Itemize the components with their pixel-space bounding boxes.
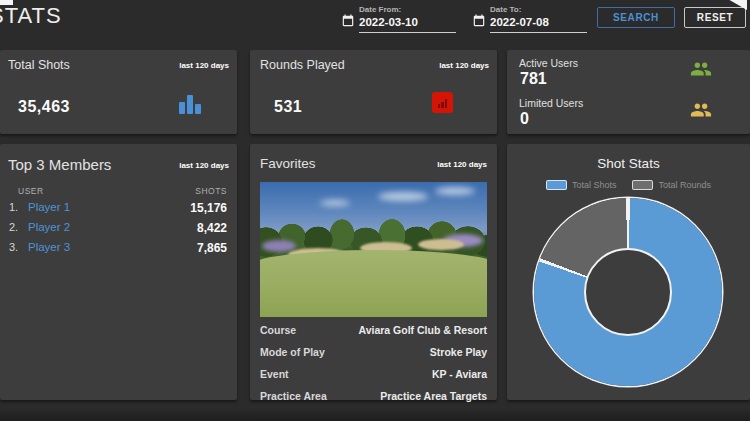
- detail-value: KP - Aviara: [432, 368, 487, 380]
- date-to-label: Date To:: [490, 5, 587, 14]
- shot-stats-card: Shot Stats Total Shots Total Rounds: [507, 144, 750, 400]
- favorites-details: Course Aviara Golf Club & Resort Mode of…: [260, 320, 487, 408]
- detail-value: Practice Area Targets: [380, 390, 487, 402]
- detail-label: Course: [260, 324, 296, 336]
- limited-users-group-icon: [686, 99, 716, 121]
- card-title: Total Shots: [8, 58, 70, 72]
- page-title: STATS: [0, 3, 62, 29]
- member-link[interactable]: Player 3: [28, 241, 70, 253]
- rounds-played-value: 531: [274, 98, 302, 116]
- reset-button[interactable]: RESET: [684, 7, 746, 28]
- column-header-shots: SHOTS: [195, 186, 227, 196]
- date-to-field[interactable]: Date To: 2022-07-08: [472, 5, 587, 33]
- column-header-user: USER: [18, 186, 44, 196]
- date-to-value[interactable]: 2022-07-08: [490, 16, 587, 28]
- donut-chart: [534, 198, 722, 386]
- table-row: 2. Player 2 8,422: [0, 221, 237, 237]
- active-users-value: 781: [520, 70, 547, 88]
- period-badge: last 120 days: [179, 61, 229, 70]
- detail-row: Event KP - Aviara: [260, 364, 487, 386]
- legend-label: Total Rounds: [658, 180, 711, 190]
- red-chart-icon: [432, 92, 453, 113]
- table-row: 3. Player 3 7,865: [0, 241, 237, 257]
- legend-item-total-shots[interactable]: Total Shots: [546, 180, 617, 190]
- member-link[interactable]: Player 1: [28, 201, 70, 213]
- date-from-field[interactable]: Date From: 2022-03-10: [341, 5, 456, 33]
- detail-row: Course Aviara Golf Club & Resort: [260, 320, 487, 342]
- active-users-group-icon: [686, 58, 716, 80]
- legend-label: Total Shots: [572, 180, 617, 190]
- limited-users-label: Limited Users: [519, 97, 583, 109]
- search-button[interactable]: SEARCH: [597, 7, 675, 28]
- detail-value: Stroke Play: [430, 346, 487, 358]
- legend-swatch-blue: [546, 180, 567, 190]
- member-shots: 8,422: [197, 221, 227, 235]
- chart-legend: Total Shots Total Rounds: [507, 180, 750, 190]
- member-shots: 7,865: [197, 241, 227, 255]
- period-badge: last 120 days: [179, 161, 229, 170]
- member-rank: 2.: [9, 221, 18, 233]
- fairway: [260, 250, 487, 317]
- detail-label: Event: [260, 368, 289, 380]
- period-badge: last 120 days: [437, 160, 487, 169]
- card-title: Top 3 Members: [8, 156, 111, 173]
- detail-label: Mode of Play: [260, 346, 325, 358]
- card-title: Favorites: [260, 156, 316, 171]
- limited-users-value: 0: [520, 110, 529, 128]
- legend-swatch-gray: [632, 180, 653, 190]
- detail-row: Practice Area Practice Area Targets: [260, 386, 487, 408]
- donut-hole: [584, 248, 672, 336]
- users-card: Active Users 781 Limited Users 0: [507, 50, 750, 134]
- calendar-icon: [341, 14, 355, 28]
- rounds-played-card: Rounds Played last 120 days 531: [250, 50, 497, 134]
- chart-title: Shot Stats: [507, 156, 750, 171]
- golf-course-image: [260, 182, 487, 317]
- active-users-label: Active Users: [519, 57, 578, 69]
- member-link[interactable]: Player 2: [28, 221, 70, 233]
- detail-value: Aviara Golf Club & Resort: [358, 324, 487, 336]
- member-rank: 3.: [9, 241, 18, 253]
- member-rank: 1.: [9, 201, 18, 213]
- legend-item-total-rounds[interactable]: Total Rounds: [632, 180, 711, 190]
- total-shots-value: 35,463: [18, 98, 70, 116]
- top-members-card: Top 3 Members last 120 days USER SHOTS 1…: [0, 144, 237, 400]
- bottom-fade: [0, 407, 750, 421]
- detail-label: Practice Area: [260, 390, 327, 402]
- member-shots: 15,176: [190, 201, 227, 215]
- total-shots-card: Total Shots last 120 days 35,463: [0, 50, 237, 134]
- card-title: Rounds Played: [260, 58, 345, 72]
- period-badge: last 120 days: [439, 61, 489, 70]
- favorites-card: Favorites last 120 days Course Aviara Go…: [250, 144, 497, 400]
- date-from-label: Date From:: [359, 5, 456, 14]
- detail-row: Mode of Play Stroke Play: [260, 342, 487, 364]
- calendar-icon: [472, 14, 486, 28]
- table-row: 1. Player 1 15,176: [0, 201, 237, 217]
- bar-chart-icon: [179, 95, 201, 114]
- date-from-value[interactable]: 2022-03-10: [359, 16, 456, 28]
